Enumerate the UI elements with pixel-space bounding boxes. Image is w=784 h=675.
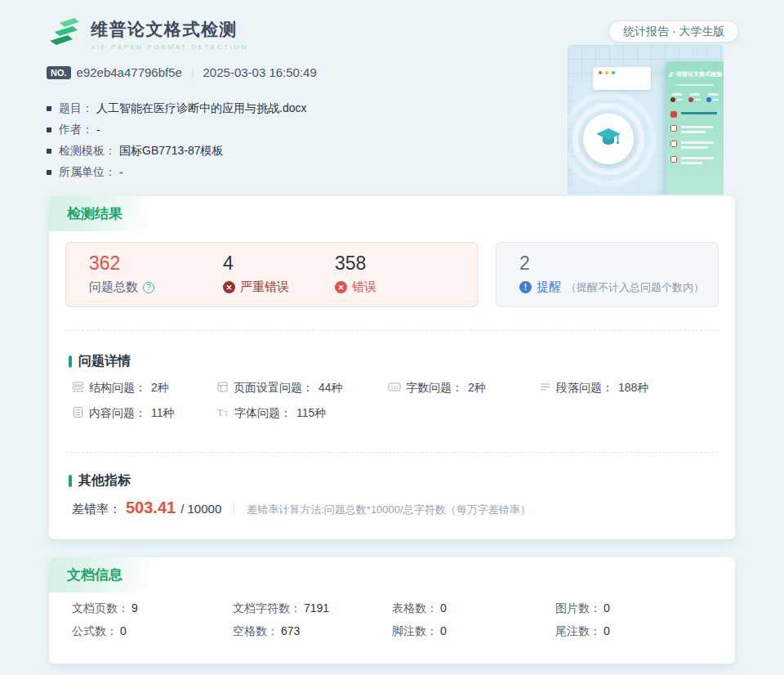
total-issues-label: 问题总数 <box>89 279 138 295</box>
meta-value: 人工智能在医疗诊断中的应用与挑战.docx <box>96 101 306 116</box>
meta-item-organization: 所属单位： - <box>47 162 306 183</box>
bullet-icon <box>47 127 51 132</box>
issue-item-paragraph: 段落问题：188种 <box>539 381 648 396</box>
header-illustration: 维普论文格式检测 <box>568 45 724 194</box>
mini-notice-dot <box>706 97 711 102</box>
graduation-cap-icon <box>595 127 622 151</box>
meta-item-template: 检测模板： 国标GB7713-87模板 <box>47 141 306 162</box>
bullet-icon <box>47 149 51 154</box>
browser-mockup <box>593 67 651 90</box>
section-divider <box>65 452 719 453</box>
report-no-badge: NO. <box>47 66 71 79</box>
meta-label: 作者： <box>59 123 93 137</box>
severe-errors-value: 4 <box>223 253 335 274</box>
rate-divider <box>234 502 234 514</box>
meta-label: 检测模板： <box>59 144 116 159</box>
issue-label: 内容问题： <box>89 406 146 421</box>
version-badge[interactable]: 统计报告 · 大学生版 <box>608 20 739 42</box>
mini-report-panel: 维普论文格式检测 <box>666 61 724 194</box>
section-divider <box>65 330 719 331</box>
doc-card-title: 文档信息 <box>49 557 155 592</box>
issue-item-structure: 结构问题：2种 <box>72 381 216 396</box>
issue-count: 115种 <box>296 406 326 421</box>
svg-text:123: 123 <box>390 385 398 390</box>
issue-count: 44种 <box>318 381 343 396</box>
content-icon <box>72 406 84 421</box>
structure-icon <box>72 381 84 396</box>
mini-badges <box>670 93 719 102</box>
doc-stat-formulas: 公式数：0 <box>72 624 233 639</box>
document-meta-list: 题目： 人工智能在医疗诊断中的应用与挑战.docx 作者： - 检测模板： 国标… <box>47 98 306 183</box>
issue-label: 字数问题： <box>406 381 463 396</box>
notice-note: （提醒不计入总问题个数内） <box>566 280 704 295</box>
meta-value: 国标GB7713-87模板 <box>119 144 224 159</box>
mini-logo-subline <box>675 84 714 86</box>
doc-stat-footnotes: 脚注数：0 <box>392 624 555 639</box>
mini-logo-text: 维普论文格式检测 <box>676 70 722 78</box>
report-id: e92eb4a47796bf5e <box>77 65 182 79</box>
severe-error-icon <box>223 281 235 293</box>
error-icon <box>335 281 347 293</box>
doc-stat-chars: 文档字符数：7191 <box>233 601 392 616</box>
svg-text:T: T <box>225 410 229 418</box>
logo-chevrons-icon <box>47 16 82 52</box>
doc-stat-endnotes: 尾注数：0 <box>555 624 719 639</box>
issue-item-word-count: 123 字数问题：2种 <box>388 381 539 396</box>
app-logo: 维普论文格式检测 VIP PAPER FORMAT DETECTION <box>47 16 248 52</box>
logo-subtitle: VIP PAPER FORMAT DETECTION <box>91 43 248 51</box>
errors-label: 错误 <box>352 279 376 295</box>
issue-item-page-setup: 页面设置问题：44种 <box>216 381 388 396</box>
page-setup-icon <box>216 381 229 396</box>
issue-count: 2种 <box>468 381 486 396</box>
meta-item-author: 作者： - <box>47 119 306 141</box>
notice-value: 2 <box>519 253 718 274</box>
doc-info-card: 文档信息 文档页数：9 文档字符数：7191 表格数：0 图片数：0 公式数：0… <box>49 557 735 664</box>
font-icon: TT <box>216 406 229 421</box>
bullet-icon <box>47 170 51 175</box>
issue-label: 段落问题： <box>556 381 613 396</box>
issue-detail-title: 问题详情 <box>69 353 131 370</box>
rate-value: 503.41 <box>126 498 176 517</box>
meta-value: - <box>96 123 100 136</box>
issue-count: 11种 <box>151 406 175 421</box>
error-rate-row: 差错率： 503.41 / 10000 差错率计算方法:问题总数*10000/总… <box>72 498 531 517</box>
mini-logo-chevrons-icon <box>667 67 675 82</box>
rate-note: 差错率计算方法:问题总数*10000/总字符数（每万字差错率） <box>247 503 530 517</box>
result-card: 检测结果 362 问题总数 4 严重错误 358 <box>49 196 735 539</box>
title-bar-icon <box>69 475 72 487</box>
issue-label: 页面设置问题： <box>234 381 314 396</box>
meta-item-title: 题目： 人工智能在医疗诊断中的应用与挑战.docx <box>47 98 306 119</box>
title-bar-icon <box>69 355 72 368</box>
meta-label: 题目： <box>59 101 93 116</box>
report-time: 2025-03-03 16:50:49 <box>203 65 317 79</box>
logo-title: 维普论文格式检测 <box>91 18 248 41</box>
doc-stat-pages: 文档页数：9 <box>72 601 233 616</box>
total-issues-value: 362 <box>89 253 223 274</box>
help-icon[interactable] <box>143 282 154 293</box>
traffic-dot-yellow <box>605 71 608 74</box>
bullet-icon <box>47 106 51 111</box>
issue-count: 188种 <box>618 381 648 396</box>
rate-label: 差错率： <box>72 502 121 517</box>
notice-label: 提醒 <box>537 279 561 295</box>
issue-item-content: 内容问题：11种 <box>72 406 216 421</box>
doc-stats-grid: 文档页数：9 文档字符数：7191 表格数：0 图片数：0 公式数：0 空格数：… <box>72 601 719 639</box>
mini-error-dot <box>688 97 693 102</box>
doc-stat-spaces: 空格数：673 <box>233 624 392 639</box>
mini-issue-list <box>670 111 719 164</box>
other-metrics-title: 其他指标 <box>69 472 131 489</box>
errors-value: 358 <box>335 253 376 274</box>
report-divider: | <box>191 66 194 79</box>
traffic-dot-green <box>612 71 615 74</box>
rate-suffix: / 10000 <box>180 502 221 516</box>
issue-label: 字体问题： <box>234 406 292 421</box>
meta-label: 所属单位： <box>59 165 116 180</box>
svg-text:T: T <box>217 407 224 418</box>
issue-stats-box: 362 问题总数 4 严重错误 358 错误 <box>65 242 478 307</box>
issue-detail-grid: 结构问题：2种 页面设置问题：44种 123 字数问题：2种 段落问题：188种… <box>72 381 648 421</box>
graduation-circle <box>583 114 634 164</box>
doc-stat-images: 图片数：0 <box>555 601 719 616</box>
issue-item-font: TT 字体问题：115种 <box>216 406 388 421</box>
word-count-icon: 123 <box>388 381 401 396</box>
notice-stats-box: 2 提醒 （提醒不计入总问题个数内） <box>496 242 719 307</box>
